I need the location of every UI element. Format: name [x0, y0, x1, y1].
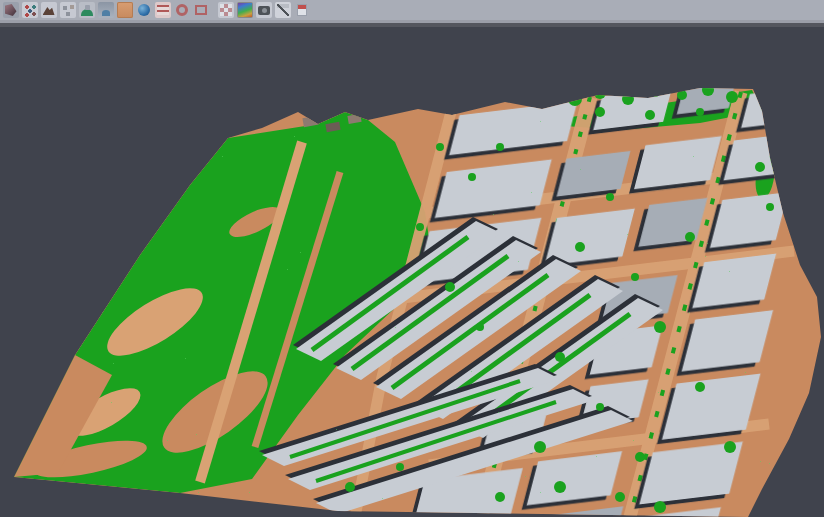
rectangle-select-icon[interactable] — [193, 2, 209, 18]
main-toolbar — [0, 0, 824, 20]
classification-palette-icon[interactable] — [237, 2, 253, 18]
texture-checker-icon[interactable] — [218, 2, 234, 18]
eraser-icon[interactable] — [294, 2, 310, 18]
profile-view-icon[interactable] — [98, 2, 114, 18]
attribute-table-icon[interactable] — [155, 2, 171, 18]
ground-classify-icon[interactable] — [117, 2, 133, 18]
grid-sample-icon[interactable] — [60, 2, 76, 18]
circle-select-icon[interactable] — [174, 2, 190, 18]
toolbar-separator — [210, 2, 216, 18]
terrain-mountain-icon[interactable] — [41, 2, 57, 18]
open-project-icon[interactable] — [3, 2, 19, 18]
pointcloud-scene — [0, 27, 824, 517]
vegetation-classify-icon[interactable] — [79, 2, 95, 18]
app-window — [0, 0, 824, 517]
viewport-3d[interactable] — [0, 27, 824, 517]
point-scatter-icon[interactable] — [22, 2, 38, 18]
measure-icon[interactable] — [275, 2, 291, 18]
terrain-pointcloud — [0, 27, 824, 517]
globe-3d-icon[interactable] — [136, 2, 152, 18]
screenshot-camera-icon[interactable] — [256, 2, 272, 18]
ground-speckle-noise — [0, 27, 824, 517]
